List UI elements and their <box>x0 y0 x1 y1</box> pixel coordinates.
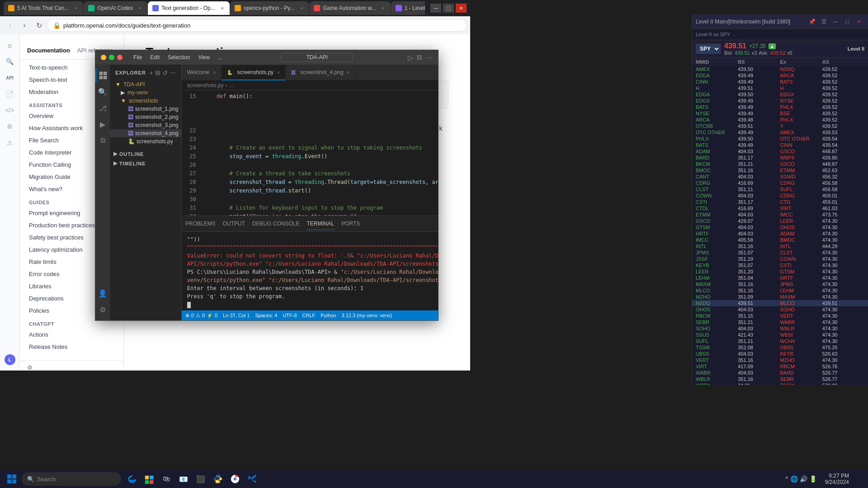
level2-pin-btn[interactable]: 📌 <box>807 18 817 26</box>
tree-screenshots-py[interactable]: 🐍 screenshots.py <box>110 137 181 145</box>
level2-row-32[interactable]: LEER 351.20 GTSM 474.30 <box>692 268 868 275</box>
level2-row-2[interactable]: CINN 439.49 BATS 439.52 <box>692 79 868 85</box>
explorer-refresh-icon[interactable]: ↺ <box>162 69 168 76</box>
etab-welcome[interactable]: Welcome × <box>182 65 222 80</box>
level2-row-22[interactable]: CTDL 416.69 VIRT 461.03 <box>692 205 868 211</box>
statusbar-errors[interactable]: ⊗ 0 ⚠ 0 ⚡ 0 <box>185 313 217 319</box>
taskbar-icon-explorer[interactable] <box>142 472 156 486</box>
etab-screenshots-py[interactable]: 🐍 screenshots.py × <box>222 65 286 80</box>
level2-row-1[interactable]: EDGA 439.49 ARCA 439.52 <box>692 72 868 79</box>
level2-rows-container[interactable]: AMEX 439.50 NSDQ 439.52 EDGA 439.49 ARCA… <box>692 66 868 385</box>
vscode-menu-edit[interactable]: Edit <box>146 53 163 61</box>
ab-debug-icon[interactable]: ▶ <box>95 117 110 131</box>
level2-row-30[interactable]: JSSF 351.19 COWN 474.30 <box>692 256 868 262</box>
vscode-split-icon[interactable]: ⧉ <box>417 53 422 62</box>
level2-row-40[interactable]: SEBR 351.21 WABR 474.30 <box>692 319 868 325</box>
browser-tab-5[interactable]: Game Automation w... × <box>309 1 390 15</box>
level2-row-9[interactable]: OTCBB 439.51 Y 439.52 <box>692 123 868 129</box>
rail-docs-icon[interactable]: 📄 <box>3 87 17 101</box>
ab-search-icon[interactable]: 🔍 <box>95 84 110 99</box>
panel-tab-terminal[interactable]: TERMINAL <box>307 218 334 230</box>
sidebar-settings-btn[interactable]: ⚙ <box>20 360 123 371</box>
level2-row-37[interactable]: NSDQ 439.51 MLCO 439.51 <box>692 300 868 306</box>
tree-screenshot4[interactable]: 🖼 screenshot_4.png <box>110 129 181 137</box>
tree-screenshot1[interactable]: 🖼 screenshot_1.png <box>110 105 181 113</box>
level2-row-41[interactable]: SOHO 404.03 WBLR 474.30 <box>692 325 868 332</box>
taskbar-icon-python[interactable] <box>211 472 225 486</box>
ab-account-icon[interactable]: 👤 <box>95 286 110 300</box>
tree-root[interactable]: ▼ TDA-API <box>110 80 181 89</box>
level2-row-20[interactable]: COWN 404.03 CDRG 459.01 <box>692 192 868 199</box>
ab-git-icon[interactable]: ⎇ <box>95 101 110 115</box>
rail-settings-icon[interactable]: ⚙ <box>3 119 17 134</box>
taskbar-icon-terminal[interactable]: ⬛ <box>193 472 208 486</box>
tray-network-icon[interactable]: 🌐 <box>790 475 798 483</box>
explorer-collapse-icon[interactable]: ⋯ <box>170 69 176 76</box>
level2-row-36[interactable]: MZHO 351.09 MAXM 474.30 <box>692 294 868 300</box>
sidebar-item-release-notes[interactable]: Release Notes <box>20 341 123 353</box>
vscode-menu-selection[interactable]: Selection <box>164 53 193 61</box>
level2-row-38[interactable]: OHOS 404.03 SOHO 474.30 <box>692 306 868 313</box>
level2-menu-btn[interactable]: ☰ <box>818 18 829 26</box>
vscode-more-icon[interactable]: ⋯ <box>425 53 433 62</box>
level2-row-39[interactable]: RBCM 351.15 VERT 474.30 <box>692 313 868 319</box>
forward-button[interactable]: › <box>18 19 31 32</box>
browser-tab-2[interactable]: OpenAI Codex × <box>84 1 147 15</box>
taskbar-icon-store[interactable]: 🛍 <box>159 472 174 486</box>
browser-tab-4[interactable]: opencv-python - Py... × <box>230 1 309 15</box>
level2-row-27[interactable]: IMCC 405.58 BMOC 474.30 <box>692 237 868 243</box>
vscode-menu-file[interactable]: File <box>130 53 146 61</box>
level2-row-4[interactable]: EDGA 439.50 EDGX 439.52 <box>692 91 868 98</box>
panel-tab-ports[interactable]: PORTS <box>341 218 360 230</box>
level2-row-16[interactable]: BMOC 351.16 ETMM 452.63 <box>692 167 868 174</box>
level2-close-btn[interactable]: × <box>854 18 864 26</box>
level2-row-10[interactable]: OTC OTHER 439.49 AMEX 439.53 <box>692 129 868 136</box>
ab-settings-icon[interactable]: ⚙ <box>95 302 110 317</box>
rail-home-icon[interactable]: ⌂ <box>3 38 17 52</box>
panel-tab-output[interactable]: OUTPUT <box>222 218 245 230</box>
url-bar[interactable]: 🔒 platform.openai.com/docs/guides/text-g… <box>47 19 467 32</box>
tree-screenshot2[interactable]: 🖼 screenshot_2.png <box>110 113 181 121</box>
level2-row-49[interactable]: WBLR 351.16 SEBR 526.77 <box>692 376 868 382</box>
rail-api-icon[interactable]: API <box>3 70 17 85</box>
explorer-new-folder-icon[interactable]: ⊞ <box>155 69 160 76</box>
level2-row-42[interactable]: SSUS 421.43 WBSI 474.30 <box>692 332 868 338</box>
level2-row-26[interactable]: HRTF 404.03 ADAM 474.30 <box>692 230 868 237</box>
level2-row-5[interactable]: EDGX 439.49 NYSE 439.52 <box>692 98 868 104</box>
level2-row-45[interactable]: UBSS 404.03 KEYB 526.63 <box>692 351 868 357</box>
taskbar-clock[interactable]: 9:27 PM 9/24/2024 <box>821 473 853 485</box>
level2-row-6[interactable]: BATS 439.49 PHLX 439.52 <box>692 104 868 110</box>
level2-row-47[interactable]: VIRT 417.09 RBCM 526.76 <box>692 363 868 370</box>
browser-maximize[interactable]: □ <box>443 4 454 13</box>
panel-tab-problems[interactable]: PROBLEMS <box>185 218 216 230</box>
tray-show-hidden-icon[interactable]: ^ <box>785 475 788 483</box>
tab-close-5[interactable]: × <box>380 5 387 12</box>
level2-row-33[interactable]: LEHM 351.04 HRTF 474.30 <box>692 275 868 281</box>
vscode-close[interactable] <box>117 55 123 60</box>
level2-row-19[interactable]: CLST 351.11 SUFL 456.58 <box>692 186 868 192</box>
vscode-search-input[interactable] <box>281 53 353 62</box>
level2-row-25[interactable]: GTSM 404.03 OHOS 474.30 <box>692 224 868 230</box>
outline-header[interactable]: ▶ OUTLINE <box>110 149 181 159</box>
etab-welcome-close[interactable]: × <box>213 70 216 75</box>
browser-tab-6[interactable]: 1 - Level 2 Datase... × <box>391 1 425 15</box>
level2-row-24[interactable]: GSCO 429.07 LEER 474.30 <box>692 218 868 224</box>
vscode-maximize[interactable] <box>109 55 114 60</box>
start-button[interactable] <box>4 471 20 487</box>
level2-row-46[interactable]: VERT 351.16 MZHO 474.30 <box>692 357 868 363</box>
level2-row-15[interactable]: BKCM 351.21 GSCO 448.87 <box>692 161 868 167</box>
ab-extensions-icon[interactable]: ⧉ <box>95 133 110 148</box>
level2-row-21[interactable]: CSTI 351.17 CTD 459.01 <box>692 199 868 205</box>
sidebar-item-actions[interactable]: Actions <box>20 328 123 341</box>
vscode-minimize[interactable] <box>101 55 106 60</box>
browser-tab-1[interactable]: 5 AI Tools That Can... × <box>4 1 83 15</box>
browser-tab-3[interactable]: Text generation - Op... × <box>148 1 230 15</box>
rail-search-icon[interactable]: 🔍 <box>3 54 17 69</box>
taskbar-icon-chrome[interactable] <box>228 472 242 486</box>
level2-row-11[interactable]: PHLX 439.50 OTC OTHER 439.54 <box>692 136 868 142</box>
rail-warning-icon[interactable]: ⚠ <box>3 136 17 150</box>
tab-close-1[interactable]: × <box>72 5 80 12</box>
browser-minimize[interactable]: ─ <box>430 4 441 13</box>
level2-row-0[interactable]: AMEX 439.50 NSDQ 439.52 <box>692 66 868 72</box>
ab-explorer-icon[interactable] <box>95 68 110 83</box>
